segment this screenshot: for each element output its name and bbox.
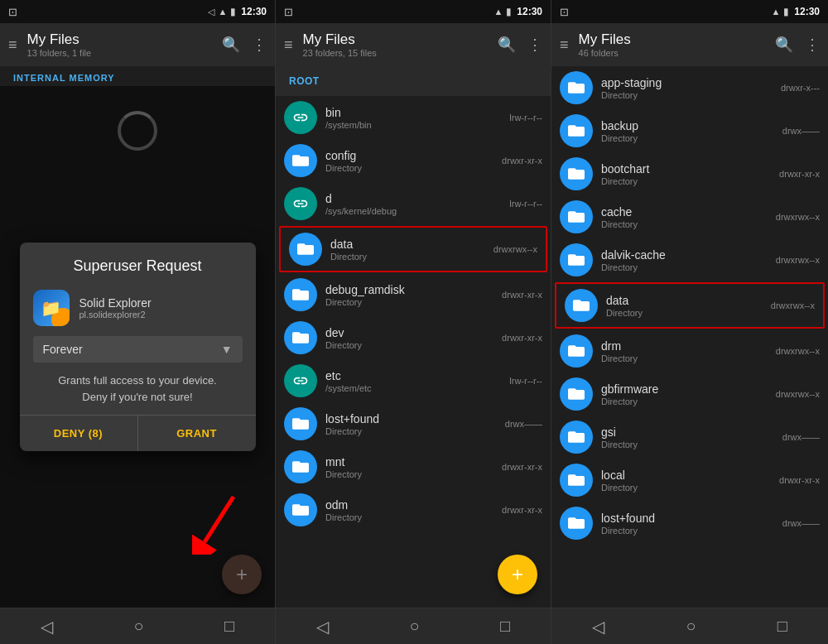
file-name-4: debug_ramdisk: [325, 283, 502, 296]
back-nav-btn-2[interactable]: ◁: [310, 610, 335, 643]
fab-2[interactable]: +: [498, 555, 537, 594]
status-bar-1: ⊡ ◁ ▲ ▮ 12:30: [0, 0, 275, 23]
file-icon-p3-8: [560, 421, 593, 454]
file-type-9: Directory: [325, 512, 502, 522]
home-nav-btn[interactable]: ○: [127, 610, 150, 642]
search-icon-1[interactable]: 🔍: [222, 36, 240, 54]
menu-icon-1[interactable]: ≡: [8, 36, 17, 54]
file-type-p3-4: Directory: [601, 262, 776, 272]
file-icon-p3-0: [560, 71, 593, 104]
warning-text-2: Deny if you're not sure!: [82, 391, 192, 403]
file-info-p3-0: app-staging Directory: [601, 76, 781, 100]
menu-icon-3[interactable]: ≡: [560, 36, 569, 54]
list-item[interactable]: backup Directory drwx——: [551, 109, 828, 152]
file-type-p3-8: Directory: [601, 440, 782, 449]
list-item[interactable]: gbfirmware Directory drwxrwx--x: [551, 372, 828, 416]
list-item[interactable]: d /sys/kernel/debug lrw-r--r--: [276, 182, 551, 225]
file-icon-p3-7: [560, 377, 593, 411]
file-perms-2: lrw-r--r--: [509, 199, 542, 209]
battery-icon-2: ▮: [506, 6, 512, 17]
list-item[interactable]: bin /system/bin lrw-r--r--: [276, 96, 551, 139]
recents-nav-btn-3[interactable]: □: [771, 610, 794, 642]
file-name-p3-4: dalvik-cache: [601, 248, 776, 262]
list-item[interactable]: config Directory drwxr-xr-x: [276, 139, 551, 182]
arrow-overlay: [192, 488, 242, 558]
file-info-4: debug_ramdisk Directory: [325, 283, 502, 307]
list-item[interactable]: cache Directory drwxrwx--x: [551, 195, 828, 238]
list-item[interactable]: debug_ramdisk Directory drwxr-xr-x: [276, 273, 551, 316]
list-item[interactable]: odm Directory drwxr-xr-x: [276, 488, 551, 531]
list-item[interactable]: dev Directory drwxr-xr-x: [276, 316, 551, 359]
app-icon: 📁: [33, 290, 70, 326]
back-nav-btn-3[interactable]: ◁: [585, 610, 611, 643]
file-info-1: config Directory: [325, 149, 502, 173]
deny-button[interactable]: DENY (8): [20, 416, 138, 451]
list-item[interactable]: bootchart Directory drwxr-xr-x: [551, 152, 828, 195]
list-item[interactable]: drm Directory drwxrwx--x: [551, 329, 828, 372]
duration-dropdown[interactable]: Forever ▼: [33, 336, 243, 363]
recents-nav-btn[interactable]: □: [218, 610, 241, 642]
app-subtitle-2: 23 folders, 15 files: [303, 48, 498, 58]
file-info-2: d /sys/kernel/debug: [325, 192, 509, 216]
file-perms-p3-3: drwxrwx--x: [776, 212, 820, 222]
warning-text-1: Grants full access to your device.: [58, 374, 216, 387]
file-type-p3-5: Directory: [606, 308, 771, 318]
breadcrumb-2[interactable]: ROOT: [289, 75, 320, 87]
file-perms-5: drwxr-xr-x: [502, 333, 542, 343]
list-item[interactable]: data Directory drwxrwx--x: [555, 282, 825, 329]
file-type-5: Directory: [325, 340, 502, 350]
grant-button[interactable]: GRANT: [138, 416, 256, 451]
red-arrow-svg: [192, 488, 242, 555]
list-item[interactable]: gsi Directory drwx——: [551, 416, 828, 459]
file-info-p3-7: gbfirmware Directory: [601, 382, 776, 406]
list-item[interactable]: local Directory drwxr-xr-x: [551, 459, 828, 502]
list-item[interactable]: lost+found Directory drwx——: [551, 502, 828, 545]
more-icon-1[interactable]: ⋮: [252, 36, 267, 54]
file-info-7: lost+found Directory: [325, 412, 505, 436]
file-info-6: etc /system/etc: [325, 369, 509, 393]
file-perms-3: drwxrwx--x: [493, 244, 537, 254]
panel-1: ⊡ ◁ ▲ ▮ 12:30 ≡ My Files 13 folders, 1 f…: [0, 0, 276, 644]
file-name-5: dev: [325, 326, 502, 339]
more-icon-3[interactable]: ⋮: [805, 36, 820, 54]
search-icon-3[interactable]: 🔍: [775, 36, 793, 54]
file-info-p3-6: drm Directory: [601, 339, 776, 363]
file-perms-p3-9: drwxr-xr-x: [779, 475, 820, 485]
list-item[interactable]: app-staging Directory drwxr-x---: [551, 66, 828, 109]
file-name-6: etc: [325, 369, 509, 382]
list-item[interactable]: dalvik-cache Directory drwxrwx--x: [551, 238, 828, 281]
list-item[interactable]: lost+found Directory drwx——: [276, 402, 551, 445]
file-name-p3-7: gbfirmware: [601, 382, 776, 396]
search-icon-2[interactable]: 🔍: [498, 36, 516, 54]
file-info-p3-4: dalvik-cache Directory: [601, 248, 776, 272]
more-icon-2[interactable]: ⋮: [527, 36, 542, 54]
file-name-p3-3: cache: [601, 205, 776, 219]
app-icon-folder: 📁: [41, 298, 61, 318]
file-info-p3-2: bootchart Directory: [601, 162, 779, 186]
battery-icon-3: ▮: [783, 6, 789, 17]
top-bar-2: ≡ My Files 23 folders, 15 files 🔍 ⋮: [276, 23, 551, 66]
cast-icon-2: ⊡: [284, 6, 293, 18]
recents-nav-btn-2[interactable]: □: [493, 610, 517, 642]
volume-icon: ◁: [208, 7, 214, 17]
list-item[interactable]: data Directory drwxrwx--x: [279, 226, 547, 272]
file-path-6: /system/etc: [325, 383, 509, 393]
home-nav-btn-2[interactable]: ○: [402, 610, 426, 642]
menu-icon-2[interactable]: ≡: [284, 36, 293, 54]
file-name-8: mnt: [325, 455, 502, 469]
list-item[interactable]: mnt Directory drwxr-xr-x: [276, 445, 551, 488]
file-perms-7: drwx——: [505, 419, 542, 429]
wifi-icon: ▲: [218, 7, 227, 17]
file-type-p3-6: Directory: [601, 353, 776, 363]
cast-icon-3: ⊡: [560, 6, 569, 18]
back-nav-btn[interactable]: ◁: [34, 610, 60, 643]
file-perms-p3-1: drwx——: [782, 126, 820, 136]
cast-icon: ⊡: [8, 6, 17, 18]
file-name-p3-8: gsi: [601, 425, 782, 439]
dialog-app-row: 📁 Solid Explorer pl.solidexplorer2: [20, 283, 256, 336]
file-name-p3-1: backup: [601, 119, 782, 132]
file-icon-8: [284, 450, 317, 483]
file-icon-p3-10: [560, 507, 593, 540]
list-item[interactable]: etc /system/etc lrw-r--r--: [276, 359, 551, 402]
home-nav-btn-3[interactable]: ○: [679, 610, 702, 642]
